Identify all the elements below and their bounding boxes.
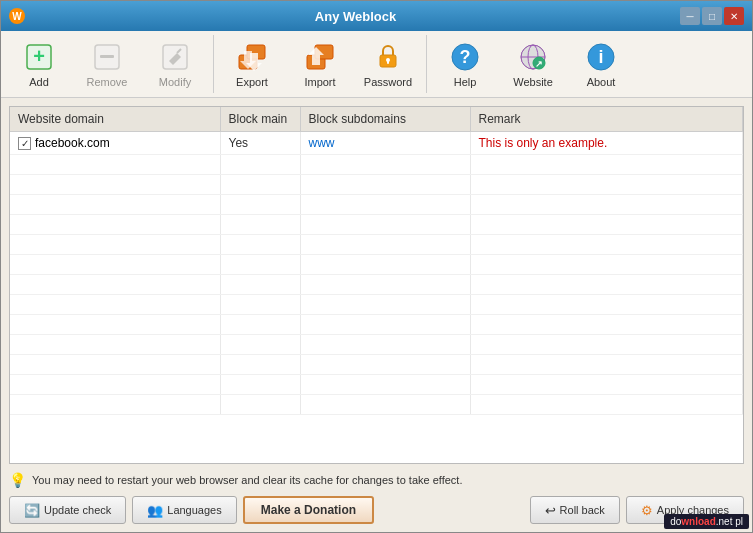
remove-icon (91, 41, 123, 73)
password-label: Password (364, 76, 412, 88)
notice-row: 💡 You may need to restart your web brows… (9, 472, 744, 488)
maximize-button[interactable]: □ (702, 7, 722, 25)
roll-back-icon: ↩ (545, 503, 556, 518)
row-checkbox[interactable]: ✓ (18, 137, 31, 150)
empty-row (10, 255, 743, 275)
empty-row (10, 375, 743, 395)
col-block-subdomains: Block subdomains (300, 107, 470, 132)
update-check-label: Update check (44, 504, 111, 516)
notice-text: You may need to restart your web browser… (32, 474, 462, 486)
table-row[interactable]: ✓ facebook.com Yes www This (10, 132, 743, 155)
app-icon: W (9, 8, 25, 24)
help-icon: ? (449, 41, 481, 73)
languages-button[interactable]: 👥 Languages (132, 496, 236, 524)
empty-row (10, 235, 743, 255)
donation-button[interactable]: Make a Donation (243, 496, 374, 524)
svg-rect-5 (100, 55, 114, 58)
empty-row (10, 395, 743, 415)
roll-back-button[interactable]: ↩ Roll back (530, 496, 620, 524)
about-button[interactable]: i About (567, 35, 635, 93)
empty-row (10, 295, 743, 315)
languages-icon: 👥 (147, 503, 163, 518)
remove-button[interactable]: Remove (73, 35, 141, 93)
block-main-value: Yes (229, 136, 249, 150)
update-check-icon: 🔄 (24, 503, 40, 518)
roll-back-label: Roll back (560, 504, 605, 516)
empty-row (10, 355, 743, 375)
remove-label: Remove (87, 76, 128, 88)
svg-text:?: ? (460, 47, 471, 67)
modify-icon (159, 41, 191, 73)
empty-row (10, 335, 743, 355)
add-icon: + (23, 41, 55, 73)
toolbar-group-io: Export Import (218, 35, 427, 93)
svg-text:i: i (598, 47, 603, 67)
remark-cell: This is only an example. (470, 132, 743, 155)
svg-text:W: W (12, 11, 22, 22)
add-label: Add (29, 76, 49, 88)
window-title: Any Weblock (31, 9, 680, 24)
remark-value: This is only an example. (479, 136, 608, 150)
empty-row (10, 195, 743, 215)
domain-cell: ✓ facebook.com (10, 132, 220, 155)
import-button[interactable]: Import (286, 35, 354, 93)
svg-text:+: + (33, 45, 45, 67)
table-header: Website domain Block main Block subdomai… (10, 107, 743, 132)
export-button[interactable]: Export (218, 35, 286, 93)
empty-row (10, 315, 743, 335)
toolbar: + Add Remove (1, 31, 752, 98)
modify-label: Modify (159, 76, 191, 88)
main-window: W Any Weblock ─ □ ✕ + (0, 0, 753, 533)
help-button[interactable]: ? Help (431, 35, 499, 93)
donation-label: Make a Donation (261, 503, 356, 517)
col-remark: Remark (470, 107, 743, 132)
empty-row (10, 275, 743, 295)
help-label: Help (454, 76, 477, 88)
block-main-cell: Yes (220, 132, 300, 155)
about-label: About (587, 76, 616, 88)
export-label: Export (236, 76, 268, 88)
empty-row (10, 175, 743, 195)
content-area: Website domain Block main Block subdomai… (1, 98, 752, 532)
watermark: download.net pl (664, 514, 749, 529)
empty-row (10, 155, 743, 175)
languages-label: Languages (167, 504, 221, 516)
toolbar-group-help: ? Help ↗ (431, 35, 639, 93)
toolbar-group-edit: + Add Remove (5, 35, 214, 93)
update-check-button[interactable]: 🔄 Update check (9, 496, 126, 524)
website-button[interactable]: ↗ Website (499, 35, 567, 93)
website-icon: ↗ (517, 41, 549, 73)
minimize-button[interactable]: ─ (680, 7, 700, 25)
add-button[interactable]: + Add (5, 35, 73, 93)
svg-rect-16 (387, 60, 389, 64)
website-label: Website (513, 76, 553, 88)
domain-table: Website domain Block main Block subdomai… (10, 107, 743, 415)
svg-text:↗: ↗ (535, 59, 543, 69)
subdomain-value[interactable]: www (309, 136, 335, 150)
domain-value: facebook.com (35, 136, 110, 150)
export-icon (236, 41, 268, 73)
modify-button[interactable]: Modify (141, 35, 209, 93)
about-icon: i (585, 41, 617, 73)
title-bar: W Any Weblock ─ □ ✕ (1, 1, 752, 31)
apply-changes-icon: ⚙ (641, 503, 653, 518)
watermark-text: download.net pl (670, 516, 743, 527)
bottom-buttons: 🔄 Update check 👥 Languages Make a Donati… (9, 496, 744, 524)
notice-icon: 💡 (9, 472, 26, 488)
import-icon (304, 41, 336, 73)
empty-row (10, 215, 743, 235)
password-icon (372, 41, 404, 73)
window-controls: ─ □ ✕ (680, 7, 744, 25)
table-container: Website domain Block main Block subdomai… (9, 106, 744, 464)
import-label: Import (304, 76, 335, 88)
col-domain: Website domain (10, 107, 220, 132)
subdomain-cell: www (300, 132, 470, 155)
col-block-main: Block main (220, 107, 300, 132)
password-button[interactable]: Password (354, 35, 422, 93)
close-button[interactable]: ✕ (724, 7, 744, 25)
footer: 💡 You may need to restart your web brows… (9, 472, 744, 524)
